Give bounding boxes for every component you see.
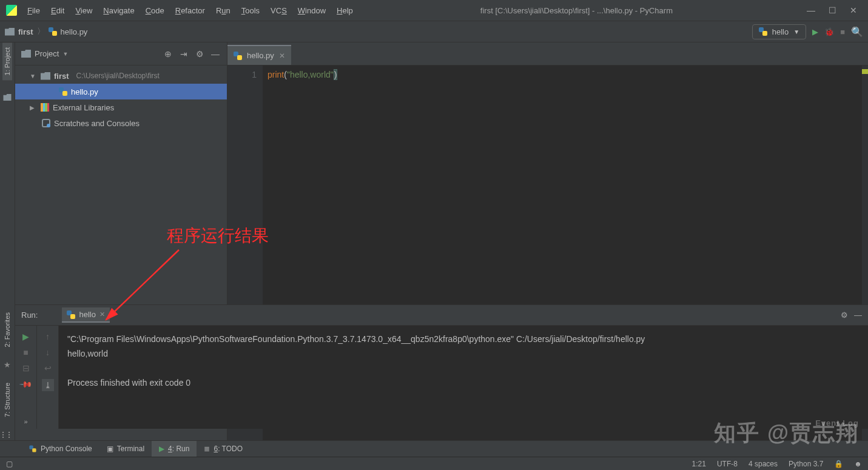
close-tab-icon[interactable]: ✕: [279, 52, 285, 60]
status-caret-pos[interactable]: 1:21: [692, 460, 706, 468]
bottom-tool-strip: Python Console ▣ Terminal ▶ 4: Run ≣ 6: …: [0, 440, 868, 457]
tool-tab-favorites[interactable]: 2: Favorites: [2, 307, 12, 352]
run-button[interactable]: ▶: [812, 27, 818, 36]
folder-icon: [5, 28, 15, 36]
minimize-button[interactable]: —: [807, 5, 815, 15]
rerun-icon[interactable]: ▶: [22, 332, 29, 341]
close-button[interactable]: ✕: [850, 5, 857, 15]
debug-button[interactable]: 🐞: [824, 27, 834, 36]
bottom-tab-python-console[interactable]: Python Console: [21, 441, 99, 457]
close-tab-icon[interactable]: ✕: [99, 311, 105, 318]
chevron-down-icon[interactable]: ▼: [62, 51, 68, 57]
run-controls-col1: ▶ ■ ⊟ 📌 »: [15, 326, 37, 429]
locate-icon[interactable]: ⊕: [163, 49, 173, 59]
run-config-name: hello: [772, 27, 789, 36]
tree-external-libs[interactable]: ▶ External Libraries: [15, 99, 227, 115]
menu-run[interactable]: Run: [212, 4, 235, 18]
todo-icon: ≣: [204, 445, 210, 453]
tool-tab-project[interactable]: 1: Project: [2, 42, 12, 80]
project-title[interactable]: Project: [35, 49, 59, 58]
menu-view[interactable]: View: [71, 4, 96, 18]
editor-tab-hello[interactable]: hello.py ✕: [227, 45, 291, 65]
breadcrumb: first 〉 hello.py: [5, 26, 87, 37]
menu-navigate[interactable]: Navigate: [99, 4, 138, 18]
tree-root[interactable]: ▼ first C:\Users\jiali\Desktop\first: [15, 68, 227, 84]
breadcrumb-project[interactable]: first: [18, 27, 33, 36]
status-tool-icon[interactable]: ▢: [6, 460, 13, 468]
run-tab-hello[interactable]: hello ✕: [62, 307, 109, 323]
status-encoding[interactable]: UTF-8: [717, 460, 738, 468]
python-icon: [29, 445, 36, 452]
navigation-bar: first 〉 hello.py hello ▼ ▶ 🐞 ■ 🔍: [0, 21, 868, 42]
menu-edit[interactable]: Edit: [47, 4, 69, 18]
menu-window[interactable]: Window: [294, 4, 330, 18]
tree-root-name: first: [54, 72, 69, 81]
run-config-selector[interactable]: hello ▼: [752, 24, 806, 39]
run-body: ▶ ■ ⊟ 📌 » ↑ ↓ ↩ ⤓ "C:\Program Files\Wind…: [15, 326, 868, 429]
editor-tabs: hello.py ✕: [227, 42, 868, 65]
breadcrumb-file[interactable]: hello.py: [61, 27, 88, 36]
soft-wrap-icon[interactable]: ↩: [44, 363, 52, 373]
left-tool-strip: 1: Project 2: Favorites ★ 7: Structure ⠇…: [0, 42, 15, 440]
console-line-out: hello,world: [67, 349, 108, 358]
expand-icon[interactable]: ▼: [30, 73, 37, 79]
expand-icon[interactable]: ▶: [30, 104, 37, 111]
scroll-end-icon[interactable]: ⤓: [42, 379, 54, 391]
tree-external-label: External Libraries: [53, 103, 114, 112]
status-bar: ▢ 1:21 UTF-8 4 spaces Python 3.7 🔒 ☻: [0, 457, 868, 470]
console-output[interactable]: "C:\Program Files\WindowsApps\PythonSoft…: [59, 326, 868, 429]
tree-scratches[interactable]: Scratches and Consoles: [15, 115, 227, 131]
menu-tools[interactable]: Tools: [237, 4, 264, 18]
run-header: Run: hello ✕ ⚙ —: [15, 305, 868, 326]
title-bar: File Edit View Navigate Code Refactor Ru…: [0, 0, 868, 21]
gear-icon[interactable]: ⚙: [841, 311, 848, 320]
tool-folder-icon[interactable]: [3, 94, 12, 101]
tool-tab-structure[interactable]: 7: Structure: [2, 378, 12, 422]
folder-icon: [41, 72, 50, 80]
up-icon[interactable]: ↑: [45, 332, 50, 341]
star-icon[interactable]: ★: [4, 360, 11, 369]
tree-root-path: C:\Users\jiali\Desktop\first: [76, 72, 160, 80]
bottom-tab-run[interactable]: ▶ 4: Run: [152, 441, 197, 457]
python-icon: [67, 311, 75, 319]
run-tab-label: hello: [79, 310, 95, 319]
run-panel-label: Run:: [21, 311, 38, 320]
run-icon: ▶: [159, 445, 164, 453]
maximize-button[interactable]: ☐: [829, 5, 836, 15]
tree-file-hello[interactable]: hello.py: [15, 84, 227, 99]
status-indent[interactable]: 4 spaces: [749, 460, 778, 468]
search-icon[interactable]: 🔍: [851, 26, 863, 38]
window-title: first [C:\Users\jiali\Desktop\first] - .…: [357, 6, 796, 15]
line-number: 1: [227, 68, 257, 81]
structure-icon[interactable]: ⠇⠇: [1, 431, 13, 440]
bottom-tab-todo[interactable]: ≣ 6: TODO: [197, 441, 250, 457]
down-icon[interactable]: ↓: [45, 347, 50, 357]
menu-help[interactable]: Help: [332, 4, 357, 18]
hide-icon[interactable]: —: [854, 311, 862, 320]
main-menu: File Edit View Navigate Code Refactor Ru…: [23, 4, 357, 18]
hide-icon[interactable]: —: [210, 49, 221, 59]
menu-code[interactable]: Code: [141, 4, 169, 18]
layout-icon[interactable]: ⊟: [22, 363, 30, 373]
project-tree: ▼ first C:\Users\jiali\Desktop\first hel…: [15, 65, 227, 133]
pin-icon[interactable]: 📌: [19, 377, 33, 391]
more-icon[interactable]: »: [24, 418, 27, 425]
run-tool-window: Run: hello ✕ ⚙ — ▶ ■ ⊟ 📌 » ↑ ↓ ↩ ⤓ "C:\P…: [15, 304, 868, 429]
inspector-icon[interactable]: ☻: [854, 460, 862, 468]
lock-icon[interactable]: 🔒: [834, 460, 843, 468]
status-interpreter[interactable]: Python 3.7: [789, 460, 823, 468]
menu-refactor[interactable]: Refactor: [171, 4, 209, 18]
menu-vcs[interactable]: VCS: [266, 4, 291, 18]
menu-file[interactable]: File: [23, 4, 44, 18]
terminal-icon: ▣: [107, 445, 113, 453]
collapse-all-icon[interactable]: ⇥: [178, 49, 189, 59]
pycharm-icon: [6, 5, 17, 16]
stop-button[interactable]: ■: [840, 27, 845, 36]
bottom-tab-terminal[interactable]: ▣ Terminal: [99, 441, 152, 457]
python-file-icon: [59, 87, 67, 96]
editor-tab-label: hello.py: [247, 51, 274, 60]
warning-stripe[interactable]: [862, 69, 868, 74]
tree-file-name: hello.py: [71, 87, 98, 96]
stop-icon[interactable]: ■: [23, 347, 28, 357]
gear-icon[interactable]: ⚙: [194, 49, 205, 59]
